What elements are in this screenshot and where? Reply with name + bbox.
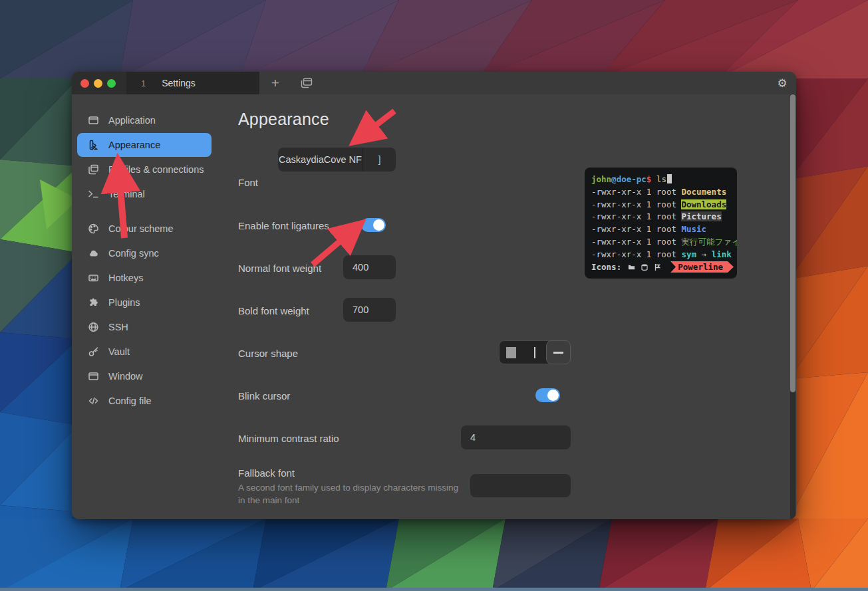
scrollbar-track[interactable] xyxy=(790,94,796,519)
sidebar-item-label: Terminal xyxy=(108,189,145,199)
palette-icon xyxy=(88,223,99,234)
contrast-label: Minimum contrast ratio xyxy=(238,433,339,444)
sidebar-item-application[interactable]: Application xyxy=(77,108,237,132)
bold-weight-input[interactable] xyxy=(343,298,396,322)
font-family-select[interactable]: CaskaydiaCove NF xyxy=(278,148,363,172)
window-icon xyxy=(88,371,99,382)
font-size-input[interactable]: ] xyxy=(363,148,396,172)
code-icon xyxy=(88,396,99,406)
powerline-badge: Powerline xyxy=(670,261,734,273)
sidebar: Application Appearance Profiles & connec… xyxy=(72,94,238,519)
sidebar-item-plugins[interactable]: Plugins xyxy=(77,291,237,314)
terminal-row: -rwxr-xr-x 1 root Pictures xyxy=(591,211,730,223)
sidebar-item-window[interactable]: Window xyxy=(77,364,237,388)
sidebar-item-label: Vault xyxy=(108,346,130,357)
normal-weight-input[interactable] xyxy=(343,255,396,279)
terminal-icons-line: Icons: Powerline xyxy=(591,261,730,274)
minimize-button[interactable] xyxy=(94,79,102,88)
terminal-preview: john@doe-pc$ ls -rwxr-xr-x 1 root Docume… xyxy=(585,168,737,279)
desktop: 1 Settings + ⚙ Application xyxy=(0,0,868,591)
appearance-pane: Appearance Font CaskaydiaCove NF ] john@… xyxy=(238,94,796,519)
cursor-beam-button[interactable] xyxy=(523,341,546,364)
tab-index: 1 xyxy=(141,78,146,88)
block-cursor xyxy=(667,174,672,183)
blink-cursor-toggle[interactable] xyxy=(535,388,560,402)
terminal-row: -rwxr-xr-x 1 root Downloads xyxy=(591,199,730,211)
sidebar-item-label: Hotkeys xyxy=(108,273,143,283)
sidebar-item-label: Config file xyxy=(108,396,151,406)
sidebar-item-colour-scheme[interactable]: Colour scheme xyxy=(77,217,237,241)
swatchbook-icon xyxy=(88,140,99,150)
fallback-font-input[interactable] xyxy=(470,474,571,497)
cursor-block-button[interactable] xyxy=(500,341,523,364)
font-label: Font xyxy=(238,177,258,188)
cloud-icon xyxy=(88,248,99,259)
block-cursor-icon xyxy=(506,347,516,358)
sidebar-item-label: Config sync xyxy=(108,248,159,259)
tab-settings[interactable]: 1 Settings xyxy=(126,72,259,94)
cursor-shape-label: Cursor shape xyxy=(238,348,298,359)
contrast-input[interactable] xyxy=(461,425,571,449)
globe-icon xyxy=(88,322,99,332)
terminal-row: -rwxr-xr-x 1 root Music xyxy=(591,223,730,236)
ligatures-label: Enable font ligatures xyxy=(238,220,329,231)
beam-cursor-icon xyxy=(534,347,535,358)
sidebar-item-label: Colour scheme xyxy=(108,223,174,234)
sidebar-item-label: Appearance xyxy=(108,140,160,150)
terminal-row: -rwxr-xr-x 1 root Documents xyxy=(591,186,730,199)
font-control-group: CaskaydiaCove NF ] xyxy=(278,148,396,172)
maximize-button[interactable] xyxy=(107,79,116,88)
gear-icon[interactable]: ⚙ xyxy=(772,72,793,94)
terminal-icon xyxy=(88,189,99,199)
traffic-lights xyxy=(72,72,126,94)
puzzle-icon xyxy=(88,297,99,308)
cursor-shape-group xyxy=(499,340,571,364)
duplicate-tab-icon[interactable] xyxy=(297,72,317,94)
normal-weight-label: Normal font weight xyxy=(238,263,321,274)
sidebar-item-profiles[interactable]: Profiles & connections xyxy=(77,158,237,181)
scrollbar-thumb[interactable] xyxy=(790,94,796,392)
underline-cursor-icon xyxy=(553,352,563,354)
key-icon xyxy=(88,346,99,357)
keyboard-icon xyxy=(88,273,99,283)
sidebar-item-ssh[interactable]: SSH xyxy=(77,315,237,339)
terminal-row: -rwxr-xr-x 1 root sym → link xyxy=(591,249,730,261)
sidebar-item-vault[interactable]: Vault xyxy=(77,340,237,364)
fallback-font-description: A second font family used to display cha… xyxy=(238,481,464,507)
tab-label: Settings xyxy=(162,78,196,88)
sidebar-item-label: Window xyxy=(108,371,143,382)
close-button[interactable] xyxy=(80,79,89,88)
titlebar: 1 Settings + ⚙ xyxy=(72,72,796,94)
sidebar-item-label: Plugins xyxy=(108,297,140,308)
sidebar-item-hotkeys[interactable]: Hotkeys xyxy=(77,266,237,290)
sidebar-item-appearance[interactable]: Appearance xyxy=(77,133,212,157)
new-tab-button[interactable]: + xyxy=(265,72,285,94)
cursor-underline-button[interactable] xyxy=(546,340,571,364)
fallback-font-label: Fallback font xyxy=(238,467,295,479)
profiles-icon xyxy=(88,164,99,175)
page-title: Appearance xyxy=(238,110,329,129)
sidebar-item-label: Application xyxy=(108,115,156,126)
bold-weight-label: Bold font weight xyxy=(238,305,309,316)
settings-window: 1 Settings + ⚙ Application xyxy=(72,72,796,519)
sidebar-item-config-sync[interactable]: Config sync xyxy=(77,241,237,265)
ligatures-toggle[interactable] xyxy=(361,218,386,232)
sidebar-item-terminal[interactable]: Terminal xyxy=(77,182,237,206)
window-icon xyxy=(88,115,99,126)
terminal-row: -rwxr-xr-x 1 root 実行可能ファイル xyxy=(591,236,730,249)
terminal-prompt-line: john@doe-pc$ ls xyxy=(591,174,730,186)
sidebar-item-label: SSH xyxy=(108,322,128,332)
sidebar-item-config-file[interactable]: Config file xyxy=(77,389,237,413)
sidebar-item-label: Profiles & connections xyxy=(108,164,204,175)
blink-cursor-label: Blink cursor xyxy=(238,390,290,402)
